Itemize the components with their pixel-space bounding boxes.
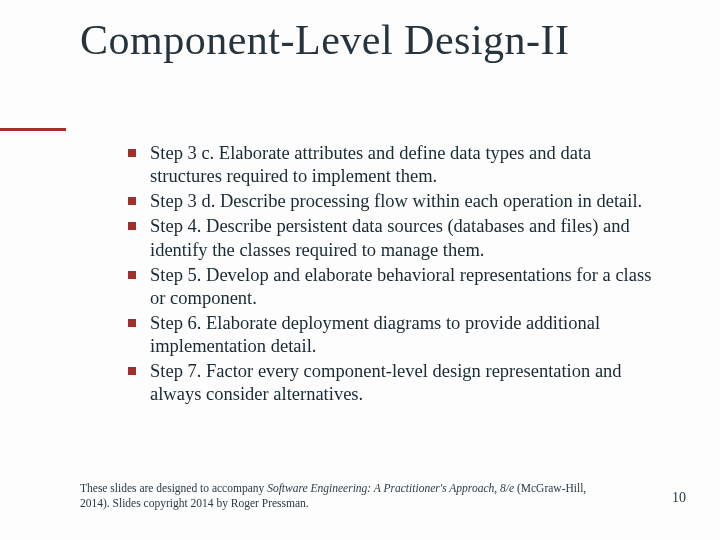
list-item-text: Step 3 d. Describe processing flow withi… (150, 191, 642, 211)
footer-prefix: These slides are designed to accompany (80, 482, 267, 494)
list-item-text: Step 5. Develop and elaborate behavioral… (150, 265, 651, 308)
slide: Component-Level Design-II Step 3 c. Elab… (0, 0, 720, 540)
footer-attribution: These slides are designed to accompany S… (80, 481, 600, 510)
slide-title: Component-Level Design-II (80, 18, 680, 63)
square-bullet-icon (128, 197, 136, 205)
square-bullet-icon (128, 367, 136, 375)
list-item: Step 4. Describe persistent data sources… (150, 215, 660, 261)
list-item: Step 6. Elaborate deployment diagrams to… (150, 312, 660, 358)
footer-book-title: Software Engineering: A Practitioner's A… (267, 482, 514, 494)
square-bullet-icon (128, 319, 136, 327)
list-item-text: Step 6. Elaborate deployment diagrams to… (150, 313, 600, 356)
list-item: Step 3 c. Elaborate attributes and defin… (150, 142, 660, 188)
square-bullet-icon (128, 271, 136, 279)
list-item-text: Step 4. Describe persistent data sources… (150, 216, 630, 259)
list-item: Step 3 d. Describe processing flow withi… (150, 190, 660, 213)
list-item: Step 5. Develop and elaborate behavioral… (150, 264, 660, 310)
square-bullet-icon (128, 149, 136, 157)
list-item: Step 7. Factor every component-level des… (150, 360, 660, 406)
bullet-list: Step 3 c. Elaborate attributes and defin… (150, 142, 660, 408)
page-number: 10 (672, 490, 686, 506)
list-item-text: Step 3 c. Elaborate attributes and defin… (150, 143, 591, 186)
accent-rule (0, 128, 66, 131)
list-item-text: Step 7. Factor every component-level des… (150, 361, 622, 404)
square-bullet-icon (128, 222, 136, 230)
